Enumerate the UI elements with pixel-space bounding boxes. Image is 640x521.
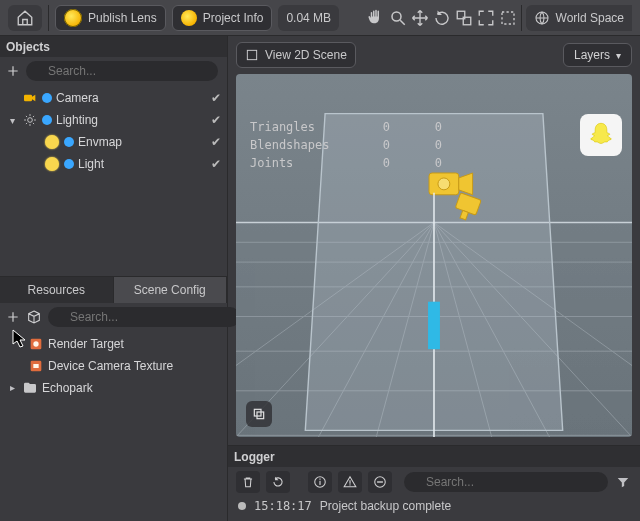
log-warning-filter-button[interactable] [338,471,362,493]
chevron-down-icon[interactable]: ▾ [6,115,18,126]
scene-icon [245,48,259,62]
box-import-icon [26,309,42,325]
layers-label: Layers [574,48,610,62]
render-target-icon [28,336,44,352]
viewport-toolbar: View 2D Scene Layers ▾ [228,36,640,74]
log-info-filter-button[interactable] [308,471,332,493]
svg-rect-4 [502,12,514,24]
svg-line-1 [400,20,405,25]
add-resource-button[interactable] [6,308,20,326]
move-tool-button[interactable] [411,9,429,27]
logger-search-input[interactable] [404,472,608,492]
enabled-dot-icon [64,137,74,147]
check-icon[interactable]: ✔ [211,135,221,149]
sun-icon [22,112,38,128]
top-toolbar: Publish Lens Project Info 0.04 MB [0,0,640,36]
add-object-button[interactable] [6,62,20,80]
cursor-icon [12,329,28,349]
resources-tabs: Resources Scene Config [0,276,227,303]
objects-panel-header: Objects [0,36,227,57]
scale-icon [455,9,473,27]
view-2d-scene-button[interactable]: View 2D Scene [236,42,356,68]
check-icon[interactable]: ✔ [211,91,221,105]
info-icon [313,475,327,489]
enabled-dot-icon [42,115,52,125]
pan-tool-button[interactable] [367,9,385,27]
tab-scene-config[interactable]: Scene Config [114,277,228,303]
project-size-button[interactable]: 0.04 MB [278,5,339,31]
clear-log-button[interactable] [236,471,260,493]
bulb-icon [44,134,60,150]
tab-resources[interactable]: Resources [0,277,114,303]
globe-icon [534,10,550,26]
logger-toolbar [228,467,640,497]
reload-icon [271,475,285,489]
view-2d-scene-label: View 2D Scene [265,48,347,62]
project-info-button[interactable]: Project Info [172,5,273,31]
right-panel: View 2D Scene Layers ▾ [228,36,640,521]
ghost-icon [587,121,615,149]
error-icon [373,475,387,489]
magnify-tool-button[interactable] [389,9,407,27]
scale-tool-button[interactable] [455,9,473,27]
objects-search-input[interactable] [26,61,218,81]
svg-point-0 [392,12,401,21]
world-space-button[interactable]: World Space [526,5,632,31]
log-time: 15:18:17 [254,499,312,513]
stat-triangles-label: Triangles [250,118,338,136]
bulb-icon [44,156,60,172]
world-space-label: World Space [556,11,624,25]
svg-rect-36 [257,412,264,419]
stat-triangles-a: 0 [366,118,390,136]
tree-item-light[interactable]: Light ✔ [0,153,227,175]
reload-log-button[interactable] [266,471,290,493]
resource-item-echopark[interactable]: ▸ Echopark [0,377,227,399]
logger-header: Logger [228,446,640,467]
publish-lens-button[interactable]: Publish Lens [55,5,166,31]
bounds-tool-button[interactable] [499,9,517,27]
svg-line-15 [26,116,27,117]
device-camera-icon [28,358,44,374]
objects-tree: Camera ✔ ▾ Lighting ✔ Envmap [0,85,227,276]
resource-item-device-camera-texture[interactable]: Device Camera Texture [0,355,227,377]
resources-search-input[interactable] [48,307,240,327]
layers-dropdown[interactable]: Layers ▾ [563,43,632,67]
import-resource-button[interactable] [26,308,42,326]
camera-icon [22,90,38,106]
log-entry[interactable]: 15:18:17 Project backup complete [228,497,640,515]
trash-icon [241,475,255,489]
expand-tool-button[interactable] [477,9,495,27]
scene-viewport[interactable]: Triangles 0 0 Blendshapes 0 0 Joints 0 0 [236,74,632,437]
svg-line-18 [26,123,27,124]
divider [48,5,49,31]
filter-icon [616,475,630,489]
left-panel: Objects [0,36,228,521]
bounds-icon [499,9,517,27]
chevron-down-icon: ▾ [616,50,621,61]
toggle-2d-view-button[interactable] [246,401,272,427]
tree-item-envmap[interactable]: Envmap ✔ [0,131,227,153]
snapchat-badge[interactable] [580,114,622,156]
svg-rect-39 [319,479,320,480]
filter-button[interactable] [614,473,632,491]
tree-item-camera[interactable]: Camera ✔ [0,87,227,109]
check-icon[interactable]: ✔ [211,157,221,171]
project-info-label: Project Info [203,11,264,25]
stat-blendshapes-b: 0 [418,136,442,154]
rotate-icon [433,9,451,27]
svg-rect-24 [33,364,38,368]
check-icon[interactable]: ✔ [211,113,221,127]
move-arrows-icon [411,9,429,27]
tree-item-label: Lighting [56,113,207,127]
rotate-tool-button[interactable] [433,9,451,27]
svg-line-17 [33,116,34,117]
chevron-right-icon[interactable]: ▸ [6,382,18,393]
log-error-filter-button[interactable] [368,471,392,493]
publish-lens-label: Publish Lens [88,11,157,25]
tree-item-lighting[interactable]: ▾ Lighting ✔ [0,109,227,131]
home-button[interactable] [8,5,42,31]
resource-item-render-target[interactable]: Render Target [0,333,227,355]
enabled-dot-icon [64,159,74,169]
project-size-value: 0.04 MB [286,11,331,25]
warning-icon [343,475,357,489]
